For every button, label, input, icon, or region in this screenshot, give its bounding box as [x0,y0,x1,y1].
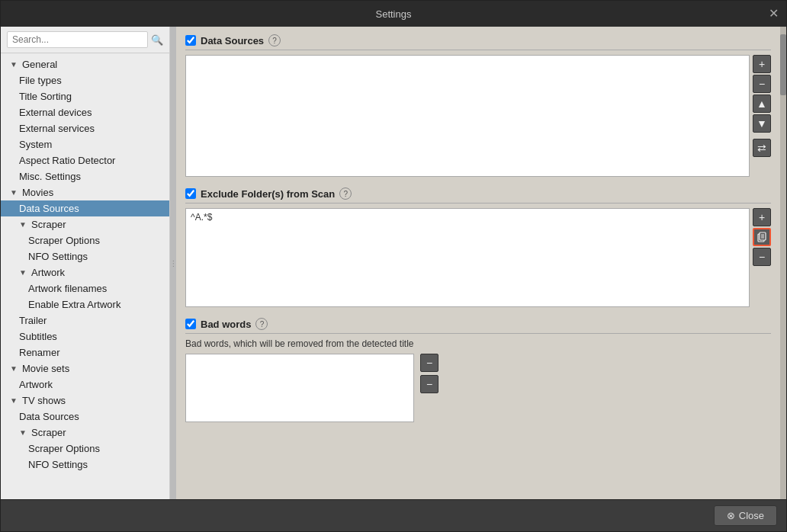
data-sources-refresh-btn[interactable]: ⇄ [753,139,771,157]
sidebar-item-tv-shows[interactable]: ▼ TV shows [1,393,169,409]
sidebar: 🔍 ▼ General File types Title Sorting Ext… [1,27,170,499]
sidebar-item-tv-shows-label: TV shows [22,395,66,406]
sidebar-item-misc-settings[interactable]: Misc. Settings [1,168,169,184]
sidebar-item-system-label: System [19,139,52,150]
sidebar-item-aspect-ratio-label: Aspect Ratio Detector [19,155,115,166]
toggle-artwork-movies: ▼ [19,268,30,277]
sidebar-item-artwork-filenames-label: Artwork filenames [28,283,107,294]
sidebar-item-external-services[interactable]: External services [1,120,169,136]
sidebar-item-tv-scraper-options-label: Scraper Options [28,443,100,454]
sidebar-item-artwork-movies-label: Artwork [31,267,65,278]
sidebar-item-nfo-settings[interactable]: NFO Settings [1,248,169,264]
bad-words-section: Bad words ? Bad words, which will be rem… [185,318,771,422]
copy-icon [756,232,767,242]
sidebar-item-title-sorting[interactable]: Title Sorting [1,88,169,104]
bottom-bar: ⊗ Close [1,499,786,531]
sidebar-item-tv-nfo-settings[interactable]: NFO Settings [1,457,169,473]
titlebar: Settings ✕ [1,1,786,27]
search-input[interactable] [7,31,148,48]
exclude-item-0: ^A.*$ [188,210,747,224]
data-sources-header: Data Sources ? [185,34,771,50]
scrollbar-thumb[interactable] [780,34,786,95]
bad-words-header: Bad words ? [185,318,771,334]
sidebar-item-external-devices[interactable]: External devices [1,104,169,120]
sidebar-item-external-devices-label: External devices [19,107,92,118]
sidebar-item-movie-sets-artwork[interactable]: Artwork [1,377,169,393]
sidebar-item-subtitles[interactable]: Subtitles [1,328,169,345]
data-sources-list[interactable] [185,55,750,177]
sidebar-item-file-types[interactable]: File types [1,72,169,88]
toggle-general: ▼ [10,60,21,69]
scrollbar-track[interactable] [780,27,786,499]
bad-words-list-container: − − [185,354,771,422]
close-label: Close [739,510,764,521]
sidebar-item-general[interactable]: ▼ General [1,56,169,72]
sidebar-item-artwork-movies[interactable]: ▼ Artwork [1,264,169,280]
search-icon: 🔍 [151,34,163,46]
exclude-folders-help-icon[interactable]: ? [339,187,352,200]
toggle-movie-sets: ▼ [10,364,21,373]
toggle-scraper-movies: ▼ [19,220,30,229]
sidebar-item-renamer[interactable]: Renamer [1,345,169,361]
bad-words-description: Bad words, which will be removed from th… [185,338,771,349]
exclude-copy-btn[interactable] [753,228,771,246]
sidebar-item-tv-data-sources[interactable]: Data Sources [1,409,169,425]
data-sources-remove-btn[interactable]: − [753,75,771,93]
sidebar-item-scraper-options[interactable]: Scraper Options [1,232,169,248]
sidebar-item-scraper-movies-label: Scraper [31,219,66,230]
titlebar-close-button[interactable]: ✕ [769,8,779,20]
exclude-remove-btn[interactable]: − [753,248,771,266]
sidebar-item-nfo-settings-label: NFO Settings [28,251,88,262]
sidebar-item-scraper-movies[interactable]: ▼ Scraper [1,216,169,232]
nav-tree: ▼ General File types Title Sorting Exter… [1,53,169,499]
data-sources-help-icon[interactable]: ? [268,34,281,46]
dialog-title: Settings [376,8,412,20]
sidebar-item-misc-settings-label: Misc. Settings [19,171,81,182]
bad-words-checkbox[interactable] [185,319,196,329]
sidebar-item-artwork-filenames[interactable]: Artwork filenames [1,280,169,296]
sidebar-item-movie-sets-label: Movie sets [22,363,69,374]
exclude-add-btn[interactable]: + [753,208,771,226]
bad-words-remove2-btn[interactable]: − [420,375,438,393]
sidebar-item-enable-extra-artwork[interactable]: Enable Extra Artwork [1,296,169,312]
data-sources-section: Data Sources ? + − ▲ ▼ ⇄ [185,34,771,177]
toggle-tv-scraper: ▼ [19,428,30,437]
search-box: 🔍 [1,27,169,53]
sidebar-item-file-types-label: File types [19,75,62,86]
toggle-tv-shows: ▼ [10,396,21,405]
sidebar-item-enable-extra-artwork-label: Enable Extra Artwork [28,299,120,310]
exclude-folders-list-container: ^A.*$ + − [185,208,771,307]
sidebar-item-general-label: General [22,59,57,70]
sidebar-item-movies[interactable]: ▼ Movies [1,184,169,200]
sidebar-item-movie-sets[interactable]: ▼ Movie sets [1,361,169,377]
data-sources-down-btn[interactable]: ▼ [753,114,771,133]
close-button[interactable]: ⊗ Close [714,505,777,526]
exclude-folders-title: Exclude Folder(s) from Scan [201,188,335,200]
resize-handle[interactable]: · · · [170,27,176,499]
sidebar-item-system[interactable]: System [1,136,169,152]
sidebar-item-trailer[interactable]: Trailer [1,312,169,328]
toggle-movies: ▼ [10,188,21,197]
data-sources-list-container: + − ▲ ▼ ⇄ [185,55,771,177]
bad-words-title: Bad words [201,319,251,330]
bad-words-list[interactable] [185,354,414,422]
data-sources-add-btn[interactable]: + [753,55,771,73]
sidebar-item-tv-scraper-label: Scraper [31,427,66,438]
sidebar-item-aspect-ratio[interactable]: Aspect Ratio Detector [1,152,169,168]
data-sources-title: Data Sources [201,35,264,46]
bad-words-help-icon[interactable]: ? [255,318,268,330]
sidebar-item-data-sources-label: Data Sources [19,203,79,214]
sidebar-item-tv-scraper[interactable]: ▼ Scraper [1,425,169,441]
sidebar-item-external-services-label: External services [19,123,95,134]
sidebar-item-tv-scraper-options[interactable]: Scraper Options [1,441,169,457]
sidebar-item-data-sources[interactable]: Data Sources [1,200,169,216]
sidebar-item-movies-label: Movies [22,187,53,198]
bad-words-remove-btn[interactable]: − [420,354,438,372]
exclude-folders-section: Exclude Folder(s) from Scan ? ^A.*$ + [185,187,771,307]
sidebar-item-subtitles-label: Subtitles [19,331,57,342]
main-panel: Data Sources ? + − ▲ ▼ ⇄ [176,27,780,499]
exclude-folders-checkbox[interactable] [185,188,196,199]
data-sources-checkbox[interactable] [185,35,196,46]
exclude-folders-list[interactable]: ^A.*$ [185,208,750,307]
data-sources-up-btn[interactable]: ▲ [753,95,771,113]
